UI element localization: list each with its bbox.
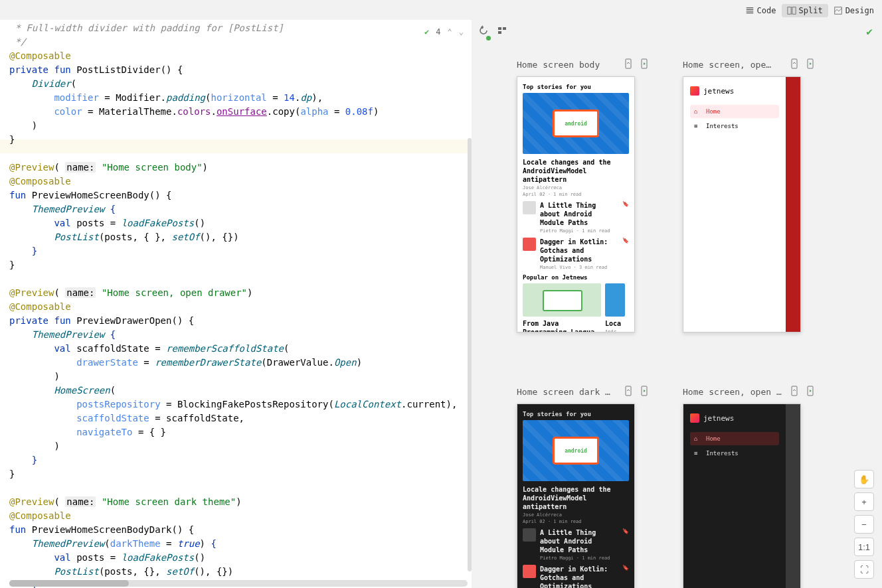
tab-split[interactable]: Split: [782, 4, 828, 17]
preview-item-2: Home screen, ope… jetnews ⌂Home ≡Interes…: [683, 58, 816, 332]
animate-icon[interactable]: [805, 58, 816, 71]
app-logo-icon: [690, 86, 699, 96]
animate-icon[interactable]: [639, 386, 650, 398]
code-editor[interactable]: ✔4 ⌃ ⌄ * Full-width divider with padding…: [0, 20, 472, 588]
preview-item-1: Home screen body Top stories for you and…: [517, 58, 650, 332]
bookmark-icon[interactable]: 🔖: [622, 201, 629, 207]
zoom-reset-button[interactable]: 1:1: [854, 538, 874, 556]
zoom-controls: ✋ + − 1:1 ⛶: [854, 470, 874, 579]
svg-rect-8: [792, 59, 797, 68]
deploy-icon[interactable]: [623, 386, 634, 398]
tab-code[interactable]: Code: [740, 4, 782, 17]
deploy-icon[interactable]: [623, 58, 634, 71]
svg-rect-1: [792, 7, 795, 15]
preview-item-4: Home screen, open drawer dar… jetnews ⌂H…: [683, 386, 816, 588]
device-preview-dark[interactable]: Top stories for you android Locale chang…: [517, 404, 635, 588]
preview-panel: ✔ Home screen body Top stories for you a…: [472, 20, 882, 588]
interactive-icon[interactable]: [497, 25, 507, 38]
zoom-fit-button[interactable]: ⛶: [854, 560, 874, 579]
list-icon: ≡: [694, 123, 701, 129]
deploy-icon[interactable]: [789, 58, 800, 71]
horizontal-scrollbar[interactable]: [9, 580, 468, 587]
preview-title: Home screen, open drawer dar…: [683, 387, 784, 397]
preview-toolbar: [478, 25, 507, 38]
svg-rect-5: [498, 31, 501, 34]
home-icon: ⌂: [694, 108, 701, 115]
pan-button[interactable]: ✋: [854, 470, 874, 488]
drawer-item-home[interactable]: ⌂Home: [690, 105, 779, 118]
drawer-item-interests[interactable]: ≡Interests: [690, 119, 779, 133]
animate-icon[interactable]: [639, 58, 650, 71]
svg-rect-10: [626, 386, 631, 396]
bookmark-icon[interactable]: 🔖: [622, 238, 629, 244]
svg-rect-3: [498, 27, 501, 30]
preview-title: Home screen dark …: [517, 387, 618, 397]
code-content[interactable]: * Full-width divider with padding for [P…: [9, 21, 472, 588]
deploy-icon[interactable]: [789, 386, 800, 398]
tab-design[interactable]: Design: [828, 4, 879, 17]
refresh-icon[interactable]: [478, 25, 489, 38]
device-preview-light[interactable]: Top stories for you android Locale chang…: [517, 76, 635, 332]
device-preview-drawer-dark[interactable]: jetnews ⌂Home ≡Interests: [683, 404, 801, 588]
svg-rect-0: [787, 7, 790, 15]
zoom-out-button[interactable]: −: [854, 515, 874, 534]
animate-icon[interactable]: [805, 386, 816, 398]
svg-rect-4: [503, 27, 506, 30]
preview-title: Home screen, ope…: [683, 60, 784, 70]
zoom-in-button[interactable]: +: [854, 492, 874, 511]
device-preview-drawer[interactable]: jetnews ⌂Home ≡Interests: [683, 76, 801, 332]
status-ok-icon[interactable]: ✔: [866, 25, 873, 38]
svg-rect-12: [792, 386, 797, 396]
preview-title: Home screen body: [517, 60, 618, 70]
svg-rect-6: [626, 59, 631, 68]
hero-image: android: [523, 93, 629, 154]
scrollbar-thumb[interactable]: [9, 580, 129, 587]
preview-item-3: Home screen dark … Top stories for you a…: [517, 386, 650, 588]
